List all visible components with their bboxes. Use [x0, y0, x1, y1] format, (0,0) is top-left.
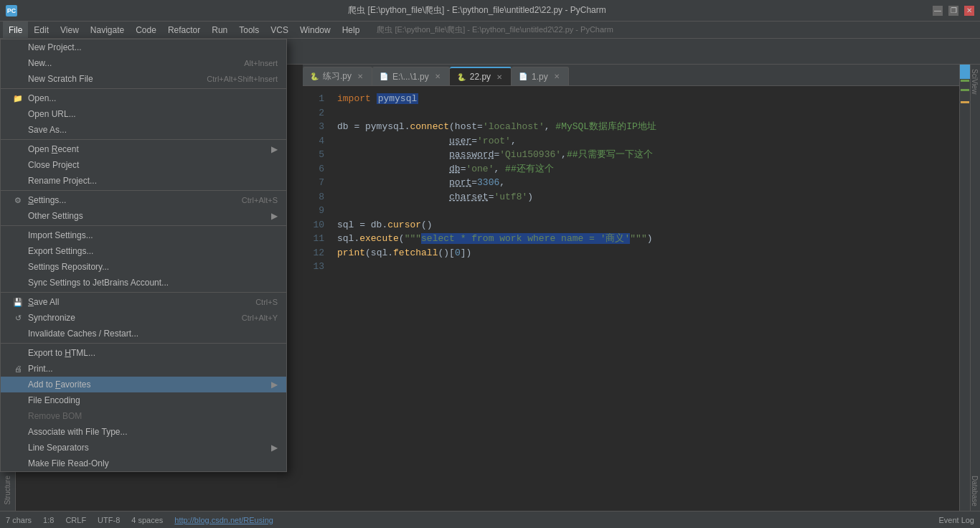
- window-title: 爬虫 [E:\python_file\爬虫] - E:\python_file\…: [22, 4, 933, 16]
- close-button[interactable]: ✕: [964, 6, 974, 16]
- status-position: 1:8: [43, 516, 54, 524]
- menu-navigate[interactable]: Navigate: [85, 22, 130, 39]
- window-controls: — ❐ ✕: [933, 6, 974, 16]
- tab-close-1py[interactable]: ✕: [552, 72, 561, 81]
- status-indent[interactable]: 4 spaces: [131, 516, 163, 524]
- menu-save-all-icon: 💾: [12, 298, 24, 307]
- tab-1py[interactable]: 📄 1.py ✕: [512, 67, 569, 85]
- tab-icon-practice: 🐍: [310, 72, 319, 80]
- menu-open-url[interactable]: Open URL...: [1, 106, 286, 122]
- menu-edit[interactable]: Edit: [28, 22, 55, 39]
- status-encoding[interactable]: UTF-8: [98, 516, 120, 524]
- tab-icon-1py: 📄: [519, 72, 527, 80]
- menu-settings-repository[interactable]: Settings Repository...: [1, 259, 286, 275]
- scrollbar-mark-orange-1: [961, 101, 969, 103]
- menu-sep-4: [1, 225, 286, 226]
- code-editor[interactable]: 1 2 3 4 5 6 7 8 9 10 11 12 13 import pym…: [303, 86, 959, 511]
- menu-run[interactable]: Run: [206, 22, 233, 39]
- menu-refactor[interactable]: Refactor: [162, 22, 206, 39]
- file-menu-dropdown: New Project... New... Alt+Insert New Scr…: [0, 39, 287, 472]
- tab-label-1py: 1.py: [532, 72, 548, 82]
- menu-bar: File Edit View Navigate Code Refactor Ru…: [0, 22, 980, 39]
- right-scrollbar: [959, 65, 970, 511]
- menu-sep-1: [1, 88, 286, 89]
- menu-settings-icon: ⚙: [12, 196, 24, 205]
- tab-icon-file1: 📄: [380, 72, 388, 80]
- menu-tools[interactable]: Tools: [233, 22, 265, 39]
- status-line-ending[interactable]: CRLF: [65, 516, 86, 524]
- menu-file-encoding[interactable]: File Encoding: [1, 392, 286, 408]
- menu-vcs[interactable]: VCS: [265, 22, 294, 39]
- menu-new[interactable]: New... Alt+Insert: [1, 55, 286, 71]
- tab-icon-22: 🐍: [457, 73, 466, 81]
- menu-sep-5: [1, 292, 286, 293]
- status-bar-right: Event Log: [938, 516, 974, 524]
- panel-label-sciview[interactable]: SciView: [971, 65, 980, 98]
- tab-close-practice[interactable]: ✕: [356, 72, 364, 81]
- menu-sync-settings[interactable]: Sync Settings to JetBrains Account...: [1, 275, 286, 291]
- menu-make-read-only[interactable]: Make File Read-Only: [1, 456, 286, 471]
- tab-22[interactable]: 🐍 22.py ✕: [450, 67, 512, 85]
- tab-label-file1: E:\...\1.py: [392, 72, 429, 82]
- menu-open-icon: 📁: [12, 94, 24, 103]
- tab-label-22: 22.py: [470, 72, 491, 82]
- menu-save-all[interactable]: 💾 Save All Ctrl+S: [1, 294, 286, 310]
- right-panel-labels: SciView Database: [970, 65, 980, 511]
- menu-associate-file-type[interactable]: Associate with File Type...: [1, 424, 286, 440]
- tab-close-22[interactable]: ✕: [495, 72, 504, 81]
- menu-add-to-favorites[interactable]: Add to Favorites ▶: [1, 377, 286, 392]
- app-icon: PC: [6, 5, 17, 16]
- title-bar: PC 爬虫 [E:\python_file\爬虫] - E:\python_fi…: [0, 0, 980, 22]
- menu-synchronize-icon: ↺: [12, 314, 24, 323]
- main-area: 1: Project 2: Favorites Structure New Pr…: [0, 65, 980, 511]
- tab-close-file1[interactable]: ✕: [433, 72, 442, 81]
- menu-print-icon: 🖨: [12, 364, 24, 373]
- tab-label-practice: 练习.py: [323, 70, 352, 82]
- status-chars: 7 chars: [6, 516, 32, 524]
- editor-area: 🐍 练习.py ✕ 📄 E:\...\1.py ✕ 🐍 22.py ✕ 📄 1.…: [303, 65, 959, 511]
- event-log[interactable]: Event Log: [938, 516, 974, 524]
- panel-label-database[interactable]: Database: [971, 471, 980, 511]
- status-bar: 7 chars 1:8 CRLF UTF-8 4 spaces http://b…: [0, 511, 980, 528]
- menu-help[interactable]: Help: [336, 22, 366, 39]
- menu-rename-project[interactable]: Rename Project...: [1, 173, 286, 189]
- menu-sep-3: [1, 190, 286, 191]
- tab-practice[interactable]: 🐍 练习.py ✕: [303, 67, 372, 85]
- menu-import-settings[interactable]: Import Settings...: [1, 227, 286, 243]
- menu-line-separators[interactable]: Line Separators ▶: [1, 440, 286, 456]
- menu-remove-bom: Remove BOM: [1, 408, 286, 424]
- menu-settings[interactable]: ⚙ Settings... Ctrl+Alt+S: [1, 192, 286, 208]
- menu-new-scratch[interactable]: New Scratch File Ctrl+Alt+Shift+Insert: [1, 71, 286, 87]
- menu-title-info: 爬虫 [E:\python_file\爬虫] - E:\python_file\…: [371, 22, 619, 39]
- menu-invalidate-caches[interactable]: Invalidate Caches / Restart...: [1, 326, 286, 341]
- scrollbar-mark-1: [961, 80, 969, 82]
- menu-code[interactable]: Code: [130, 22, 162, 39]
- menu-view[interactable]: View: [55, 22, 85, 39]
- menu-sep-6: [1, 343, 286, 344]
- menu-save-as[interactable]: Save As...: [1, 122, 286, 138]
- panel-label-structure[interactable]: Structure: [2, 470, 13, 511]
- maximize-button[interactable]: ❐: [948, 6, 958, 16]
- tab-bar: 🐍 练习.py ✕ 📄 E:\...\1.py ✕ 🐍 22.py ✕ 📄 1.…: [303, 65, 959, 86]
- menu-synchronize[interactable]: ↺ Synchronize Ctrl+Alt+Y: [1, 310, 286, 326]
- menu-other-settings[interactable]: Other Settings ▶: [1, 208, 286, 224]
- menu-export-html[interactable]: Export to HTML...: [1, 345, 286, 361]
- code-content[interactable]: import pymysql db = pymysql.connect(host…: [331, 92, 959, 505]
- menu-open-recent[interactable]: Open Recent ▶: [1, 141, 286, 157]
- status-link[interactable]: http://blog.csdn.net/REusing: [174, 516, 273, 524]
- menu-file[interactable]: File: [3, 22, 28, 39]
- menu-sep-2: [1, 139, 286, 140]
- scrollbar-top: [960, 65, 970, 79]
- minimize-button[interactable]: —: [933, 6, 943, 16]
- menu-open[interactable]: 📁 Open...: [1, 90, 286, 106]
- menu-window[interactable]: Window: [294, 22, 336, 39]
- scrollbar-mark-2: [961, 89, 969, 91]
- line-numbers: 1 2 3 4 5 6 7 8 9 10 11 12 13: [303, 92, 331, 505]
- tab-file1[interactable]: 📄 E:\...\1.py ✕: [372, 67, 450, 85]
- menu-print[interactable]: 🖨 Print...: [1, 361, 286, 377]
- menu-new-project[interactable]: New Project...: [1, 39, 286, 55]
- menu-close-project[interactable]: Close Project: [1, 157, 286, 173]
- menu-export-settings[interactable]: Export Settings...: [1, 243, 286, 259]
